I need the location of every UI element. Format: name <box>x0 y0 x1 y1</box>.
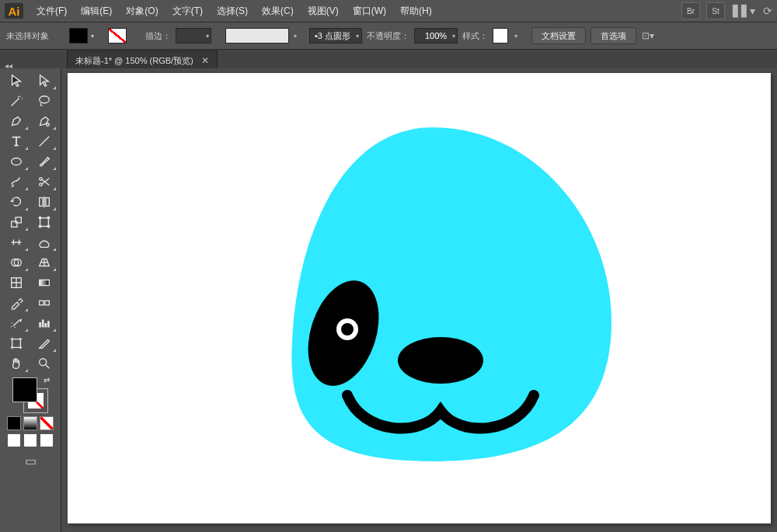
symbol-sprayer-tool[interactable] <box>4 314 29 332</box>
selection-tool[interactable] <box>4 71 29 90</box>
perspective-grid-tool[interactable] <box>32 253 57 272</box>
warp-tool[interactable] <box>32 233 57 252</box>
color-mode-row <box>7 416 54 430</box>
column-graph-tool[interactable] <box>32 314 57 332</box>
svg-rect-5 <box>46 198 50 207</box>
opacity-field[interactable]: 100%▾ <box>414 28 458 43</box>
stroke-label: 描边： <box>145 30 171 42</box>
menu-bar: Ai 文件(F) 编辑(E) 对象(O) 文字(T) 选择(S) 效果(C) 视… <box>0 0 777 23</box>
svg-point-3 <box>40 183 43 186</box>
draw-mode-row <box>7 433 54 447</box>
stock-icon[interactable]: St <box>706 2 725 19</box>
pencil-tool[interactable] <box>4 172 29 191</box>
fill-stroke-control[interactable]: ⇄ <box>12 377 48 413</box>
reflect-tool[interactable] <box>32 193 57 211</box>
artwork <box>68 73 771 523</box>
rotate-tool[interactable] <box>4 193 29 211</box>
draw-normal-icon[interactable] <box>7 433 21 447</box>
zoom-tool[interactable] <box>32 354 57 373</box>
svg-point-1 <box>12 158 22 165</box>
bridge-icon[interactable]: Br <box>681 2 700 19</box>
paintbrush-tool[interactable] <box>32 152 57 171</box>
svg-point-10 <box>47 217 50 219</box>
toolbox: ⇄ ▭ <box>0 68 61 532</box>
artboard[interactable] <box>68 73 771 523</box>
stroke-weight-field[interactable]: ▾ <box>176 28 211 43</box>
style-label: 样式： <box>462 30 488 42</box>
fill-color-icon[interactable] <box>12 377 37 402</box>
gradient-tool[interactable] <box>32 273 57 292</box>
menu-window[interactable]: 窗口(W) <box>347 2 392 21</box>
svg-rect-19 <box>12 339 21 348</box>
scissors-tool[interactable] <box>32 172 57 191</box>
control-bar: 未选择对象 ▾ 描边： ▾ ▾ • 3 点圆形▾ 不透明度： 100%▾ 样式：… <box>0 23 777 50</box>
hand-tool[interactable] <box>4 354 29 373</box>
brush-definition[interactable]: • 3 点圆形▾ <box>309 28 362 43</box>
type-tool[interactable] <box>4 132 29 151</box>
menu-help[interactable]: 帮助(H) <box>395 2 437 21</box>
slice-tool[interactable] <box>32 334 57 353</box>
close-tab-icon[interactable]: ✕ <box>201 55 209 66</box>
draw-behind-icon[interactable] <box>23 433 37 447</box>
color-mode-none-icon[interactable] <box>40 416 54 430</box>
svg-rect-7 <box>16 217 21 223</box>
svg-rect-17 <box>40 301 44 304</box>
pen-tool[interactable] <box>4 112 29 130</box>
opacity-value: 100% <box>425 31 447 40</box>
eyedropper-tool[interactable] <box>4 294 29 312</box>
menu-view[interactable]: 视图(V) <box>302 2 344 21</box>
scale-tool[interactable] <box>4 213 29 231</box>
app-logo: Ai <box>5 3 23 19</box>
line-tool[interactable] <box>32 132 57 151</box>
document-tabstrip: ◂◂ 未标题-1* @ 150% (RGB/预览) ✕ <box>0 50 777 71</box>
artboard-tool[interactable] <box>4 334 29 353</box>
svg-point-20 <box>40 359 47 366</box>
opacity-label: 不透明度： <box>367 30 409 42</box>
free-transform-tool[interactable] <box>32 213 57 231</box>
stroke-swatch[interactable] <box>108 28 127 43</box>
menu-object[interactable]: 对象(O) <box>120 2 163 21</box>
arrange-docs-icon[interactable]: ▋▋▾ <box>733 5 755 17</box>
brush-label: 3 点圆形 <box>318 30 350 42</box>
magic-wand-tool[interactable] <box>4 92 29 110</box>
blend-tool[interactable] <box>32 294 57 312</box>
width-tool[interactable] <box>4 233 29 252</box>
direct-selection-tool[interactable] <box>32 71 57 90</box>
svg-point-0 <box>47 123 50 127</box>
curvature-tool[interactable] <box>32 112 57 130</box>
shape-builder-tool[interactable] <box>4 253 29 272</box>
svg-rect-6 <box>12 221 17 227</box>
svg-point-2 <box>40 178 43 181</box>
svg-point-12 <box>47 225 50 228</box>
color-mode-solid-icon[interactable] <box>7 416 21 430</box>
menu-type[interactable]: 文字(T) <box>167 2 208 21</box>
menu-edit[interactable]: 编辑(E) <box>75 2 117 21</box>
swap-fill-stroke-icon[interactable]: ⇄ <box>44 376 50 384</box>
menu-file[interactable]: 文件(F) <box>31 2 72 21</box>
ellipse-tool[interactable] <box>4 152 29 171</box>
graphic-style-swatch[interactable] <box>493 28 508 43</box>
svg-point-11 <box>39 225 41 228</box>
draw-inside-icon[interactable] <box>40 433 54 447</box>
canvas[interactable] <box>61 68 777 532</box>
color-mode-gradient-icon[interactable] <box>23 416 37 430</box>
preferences-button[interactable]: 首选项 <box>591 27 636 44</box>
svg-rect-8 <box>40 218 49 227</box>
svg-rect-4 <box>40 198 44 207</box>
document-tab[interactable]: 未标题-1* @ 150% (RGB/预览) ✕ <box>67 50 218 70</box>
svg-rect-16 <box>40 280 50 285</box>
fill-swatch[interactable]: ▾ <box>69 28 88 43</box>
stroke-profile[interactable] <box>225 28 289 43</box>
sync-icon[interactable]: ⟳ <box>763 5 772 17</box>
document-tab-title: 未标题-1* @ 150% (RGB/预览) <box>75 55 193 67</box>
nose <box>398 337 483 384</box>
menu-effect[interactable]: 效果(C) <box>256 2 299 21</box>
align-icon[interactable]: ⊡▾ <box>641 29 655 43</box>
lasso-tool[interactable] <box>32 92 57 110</box>
screen-mode-icon[interactable]: ▭ <box>25 454 37 468</box>
document-setup-button[interactable]: 文档设置 <box>531 27 586 44</box>
menu-select[interactable]: 选择(S) <box>211 2 253 21</box>
main-area: ⇄ ▭ <box>0 68 777 532</box>
selection-status: 未选择对象 <box>6 30 49 42</box>
mesh-tool[interactable] <box>4 273 29 292</box>
